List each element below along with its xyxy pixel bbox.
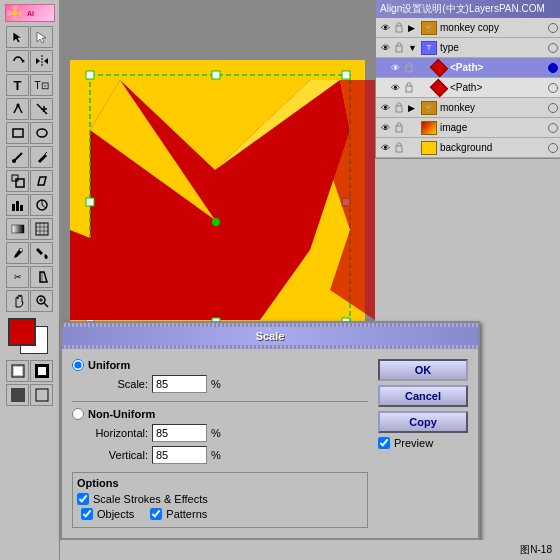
layer-color-indicator [548,103,558,113]
transform-tools [6,50,53,72]
full-screen-mode[interactable] [6,384,29,406]
visibility-eye-icon[interactable]: 👁 [378,101,392,115]
foreground-color[interactable] [8,318,36,346]
main-container: AI [0,0,560,560]
layer-row-path-2[interactable]: 👁 <Path> [376,78,560,98]
preview-mode[interactable] [30,384,53,406]
screen-mode-full[interactable] [30,360,53,382]
rotate-tool[interactable] [6,50,29,72]
svg-rect-22 [16,179,24,187]
column-chart-tool[interactable] [6,194,29,216]
svg-rect-48 [396,26,402,32]
shear-tool[interactable] [30,170,53,192]
color-selector[interactable] [6,318,54,356]
visibility-eye-icon[interactable]: 👁 [388,61,402,75]
preview-checkbox[interactable] [378,437,390,449]
mesh-tool[interactable] [30,218,53,240]
ellipse-tool[interactable] [30,122,53,144]
patterns-label: Patterns [166,508,207,520]
area-type-tool[interactable]: T⊡ [30,74,53,96]
paintbrush-tool[interactable] [6,146,29,168]
svg-line-29 [42,205,46,208]
uniform-radio[interactable] [72,359,84,371]
gradient-tool[interactable] [6,218,29,240]
layer-row-monkey[interactable]: 👁 ▶ 🐒 monkey [376,98,560,118]
layer-color-indicator [548,23,558,33]
vertical-input[interactable] [152,446,207,464]
zoom-tool[interactable] [30,290,53,312]
eyedropper-tool[interactable] [6,242,29,264]
visibility-eye-icon[interactable]: 👁 [378,121,392,135]
direct-select-tool[interactable] [30,26,53,48]
lock-icon[interactable] [394,141,406,155]
expand-arrow-icon[interactable]: ▼ [408,43,418,53]
add-anchor-tool[interactable] [30,98,53,120]
selection-tool[interactable] [6,26,29,48]
lock-icon[interactable] [394,41,406,55]
scale-tool[interactable] [6,170,29,192]
layer-row-background[interactable]: 👁 background [376,138,560,158]
ok-button[interactable]: OK [378,359,468,381]
paint-bucket-tool[interactable] [30,242,53,264]
reflect-tool[interactable] [30,50,53,72]
layer-row-image[interactable]: 👁 image [376,118,560,138]
dialog-title-text: Scale [256,330,285,342]
scale-input[interactable] [152,375,207,393]
non-uniform-radio[interactable] [72,408,84,420]
scale-strokes-checkbox[interactable] [77,493,89,505]
layer-color-indicator [548,43,558,53]
svg-rect-63 [212,71,220,79]
layer-color-indicator [548,63,558,73]
svg-point-19 [12,159,16,163]
dialog-body: Uniform Scale: % Non-Uniform [62,349,478,538]
svg-rect-31 [36,223,48,235]
toolbar: AI [0,0,60,560]
type-tool[interactable]: T [6,74,29,96]
app-logo: AI [5,4,55,22]
screen-mode-normal[interactable] [6,360,29,382]
layer-row-monkey-copy[interactable]: 👁 ▶ 🐒 monkey copy [376,18,560,38]
uniform-radio-row: Uniform [72,359,368,371]
rectangle-tool[interactable] [6,122,29,144]
lock-icon[interactable] [404,81,416,95]
lock-icon[interactable] [394,121,406,135]
layers-title-bar: Align设置说明(中文)LayersPAN.COM [376,0,560,18]
objects-checkbox[interactable] [81,508,93,520]
svg-rect-49 [396,46,402,52]
svg-rect-24 [12,204,15,211]
visibility-eye-icon[interactable]: 👁 [378,141,392,155]
hand-tool[interactable] [6,290,29,312]
cancel-button[interactable]: Cancel [378,385,468,407]
svg-text:AI: AI [27,10,34,17]
lock-icon[interactable] [404,61,416,75]
copy-button[interactable]: Copy [378,411,468,433]
preview-row: Preview [378,437,468,449]
expand-arrow-icon[interactable]: ▶ [408,103,418,113]
pen-tools [6,98,53,120]
lock-icon[interactable] [394,21,406,35]
visibility-eye-icon[interactable]: 👁 [378,41,392,55]
expand-arrow-icon[interactable]: ▶ [408,23,418,33]
horizontal-input[interactable] [152,424,207,442]
lock-icon[interactable] [394,101,406,115]
layer-row-path-1[interactable]: 👁 <Path> [376,58,560,78]
svg-rect-26 [20,205,23,211]
svg-rect-62 [86,71,94,79]
patterns-checkbox[interactable] [150,508,162,520]
pen-tool[interactable] [6,98,29,120]
svg-point-13 [16,104,19,107]
gradient-tools [6,218,53,240]
svg-rect-50 [406,66,412,72]
pie-chart-tool[interactable] [30,194,53,216]
pencil-tool[interactable] [30,146,53,168]
visibility-eye-icon[interactable]: 👁 [378,21,392,35]
visibility-eye-icon[interactable]: 👁 [388,81,402,95]
layer-row-type[interactable]: 👁 ▼ T type [376,38,560,58]
options-title: Options [77,477,363,489]
svg-rect-53 [396,126,402,132]
svg-line-20 [45,152,47,154]
layer-thumbnail: T [420,40,438,56]
vertical-label: Vertical: [88,449,148,461]
knife-tool[interactable] [30,266,53,288]
scissors-tool[interactable]: ✂ [6,266,29,288]
